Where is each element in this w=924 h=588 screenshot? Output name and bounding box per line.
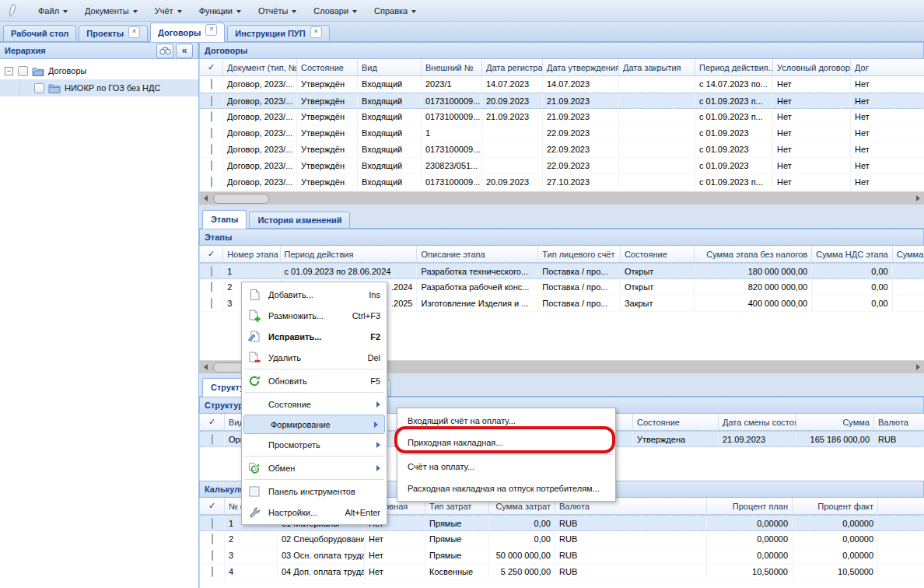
table-row[interactable]: Договор, 2023/...УтверждёнВходящий2023/1… <box>200 76 924 93</box>
column-header[interactable] <box>878 498 924 515</box>
menubar-item[interactable]: Функции <box>191 3 250 19</box>
column-header[interactable]: Номер этапа <box>223 246 280 263</box>
column-header[interactable]: Сумма эт <box>893 246 924 263</box>
column-header[interactable]: Условный договор <box>773 59 851 76</box>
context-menu-item[interactable]: Панель инструментов <box>242 481 387 502</box>
row-checkbox[interactable] <box>211 144 212 155</box>
menubar-item[interactable]: Отчёты <box>250 3 305 19</box>
main-tab[interactable]: Проекты× <box>79 25 148 42</box>
submenu-item[interactable]: Счёт на оплату... <box>397 456 615 478</box>
scroll-right-icon[interactable] <box>912 192 924 205</box>
column-header[interactable]: ✓ <box>200 246 223 263</box>
column-header[interactable]: ✓ <box>200 498 225 515</box>
main-tab[interactable]: Договоры× <box>150 23 225 42</box>
binoculars-icon[interactable] <box>156 44 173 58</box>
column-header[interactable]: Состояние <box>297 59 358 76</box>
menubar-item[interactable]: Справка <box>366 3 425 19</box>
column-header[interactable]: ✓ <box>200 59 223 76</box>
column-header[interactable]: Состояние <box>621 246 695 263</box>
column-header[interactable]: Сумма НДС этапа <box>812 246 893 263</box>
table-row[interactable]: 404 Доп. оплата трудаНетКосвенные5 250 0… <box>200 564 924 580</box>
scroll-right-icon[interactable] <box>912 361 924 373</box>
collapse-node-icon[interactable]: − <box>5 67 13 75</box>
sub-tab[interactable]: Этапы <box>202 210 247 229</box>
context-menu-item[interactable]: Состояние <box>242 394 387 415</box>
row-checkbox[interactable] <box>212 518 213 529</box>
context-menu-item[interactable]: Размножить...Ctrl+F3 <box>242 305 387 326</box>
tree-node[interactable]: −Договоры <box>0 62 198 79</box>
node-checkbox[interactable] <box>18 66 28 76</box>
row-checkbox[interactable] <box>211 79 212 89</box>
table-row[interactable]: Договор, 2023/...УтверждёнВходящий017310… <box>200 93 924 109</box>
column-header[interactable]: Период действия <box>281 246 418 263</box>
row-checkbox[interactable] <box>212 566 213 577</box>
column-header[interactable]: Дата смены состоя <box>719 414 796 431</box>
table-row[interactable]: Договор, 2023/...УтверждёнВходящий017310… <box>200 109 924 125</box>
row-checkbox[interactable] <box>211 282 212 292</box>
context-menu-item[interactable]: Формирование <box>243 415 385 434</box>
submenu-item[interactable]: Расходная накладная на отпуск потребител… <box>397 478 615 499</box>
scrollbar-thumb[interactable] <box>213 194 269 204</box>
row-checkbox[interactable] <box>211 111 212 122</box>
row-checkbox[interactable] <box>211 128 212 138</box>
table-row[interactable]: 202 СпецоборудованиеНетПрямые0,00RUB0,00… <box>200 531 924 548</box>
main-tab[interactable]: Рабочий стол <box>3 25 76 42</box>
tab-close-icon[interactable]: × <box>205 24 217 36</box>
column-header[interactable]: Внешний № <box>422 59 482 76</box>
submenu-item[interactable]: Входящий счёт на оплату... <box>397 410 615 432</box>
row-checkbox[interactable] <box>212 534 213 544</box>
table-row[interactable]: Договор, 2023/...УтверждёнВходящий017310… <box>200 142 924 158</box>
table-row[interactable]: Договор, 2023/...УтверждёнВходящий122.09… <box>200 125 924 142</box>
column-header[interactable]: Процент план <box>707 498 793 515</box>
context-menu-item[interactable]: Обмен <box>242 457 387 478</box>
table-row[interactable]: Договор, 2023/...УтверждёнВходящий230823… <box>200 158 924 174</box>
column-header[interactable]: Дата регистрации. <box>482 59 543 76</box>
scroll-left-icon[interactable] <box>199 192 212 205</box>
column-header[interactable]: Дата утверждения <box>543 59 619 76</box>
table-row[interactable]: 303 Осн. оплата трудаНетПрямые50 000 000… <box>200 548 924 564</box>
scroll-left-icon[interactable] <box>199 361 212 373</box>
contracts-horizontal-scrollbar[interactable] <box>199 191 924 205</box>
menubar-item[interactable]: Учёт <box>146 3 191 19</box>
column-header[interactable]: Документ (тип, № <box>223 59 297 76</box>
row-checkbox[interactable] <box>212 550 213 561</box>
row-checkbox[interactable] <box>211 266 212 277</box>
context-menu-item[interactable]: Исправить...F2 <box>242 326 387 347</box>
column-header[interactable]: Дата закрытия <box>619 59 695 76</box>
column-header[interactable]: Валюта <box>874 414 924 431</box>
table-row[interactable]: 1с 01.09.2023 по 28.06.2024Разработка те… <box>200 263 924 279</box>
column-header[interactable]: Сумма <box>796 414 874 431</box>
menubar-item[interactable]: Файл <box>30 3 76 19</box>
row-checkbox[interactable] <box>211 298 212 309</box>
collapse-panel-icon[interactable]: « <box>176 44 193 58</box>
menubar-item[interactable]: Документы <box>76 3 146 19</box>
submenu-item-label: Приходная накладная... <box>408 438 502 447</box>
column-header[interactable]: Период действия.. <box>695 59 773 76</box>
menubar-item[interactable]: Словари <box>305 3 366 19</box>
column-header[interactable]: Процент факт <box>793 498 878 515</box>
table-row[interactable]: Договор, 2023/...УтверждёнВходящий017310… <box>200 174 924 191</box>
column-header[interactable]: Сумма этапа без налогов <box>695 246 812 263</box>
tree-node[interactable]: НИОКР по ГОЗ без НДС <box>0 79 198 96</box>
node-checkbox[interactable] <box>34 83 44 93</box>
main-tab[interactable]: Инструкции ПУП× <box>227 25 329 42</box>
column-header[interactable]: Тип лицевого счёт <box>538 246 621 263</box>
column-header[interactable]: Дог <box>851 59 924 76</box>
row-checkbox[interactable] <box>211 177 212 187</box>
row-checkbox[interactable] <box>211 96 212 107</box>
row-checkbox[interactable] <box>212 434 213 445</box>
sub-tab[interactable]: История изменений <box>249 212 350 229</box>
submenu-item[interactable]: Приходная накладная... <box>397 432 615 453</box>
tab-close-icon[interactable]: × <box>310 26 322 38</box>
column-header[interactable]: Вид <box>358 59 422 76</box>
context-menu-item[interactable]: ОбновитьF5 <box>242 370 387 391</box>
context-menu-item[interactable]: УдалитьDel <box>242 347 387 368</box>
context-menu-item[interactable]: Настройки...Alt+Enter <box>242 502 387 523</box>
column-header[interactable]: ✓ <box>200 414 225 431</box>
column-header[interactable]: Описание этапа <box>417 246 538 263</box>
context-menu-item[interactable]: Добавить...Ins <box>242 284 387 305</box>
row-checkbox[interactable] <box>211 160 212 171</box>
context-menu-item[interactable]: Просмотреть <box>242 434 387 455</box>
column-header[interactable]: Состояние <box>633 414 719 431</box>
tab-close-icon[interactable]: × <box>128 26 140 38</box>
